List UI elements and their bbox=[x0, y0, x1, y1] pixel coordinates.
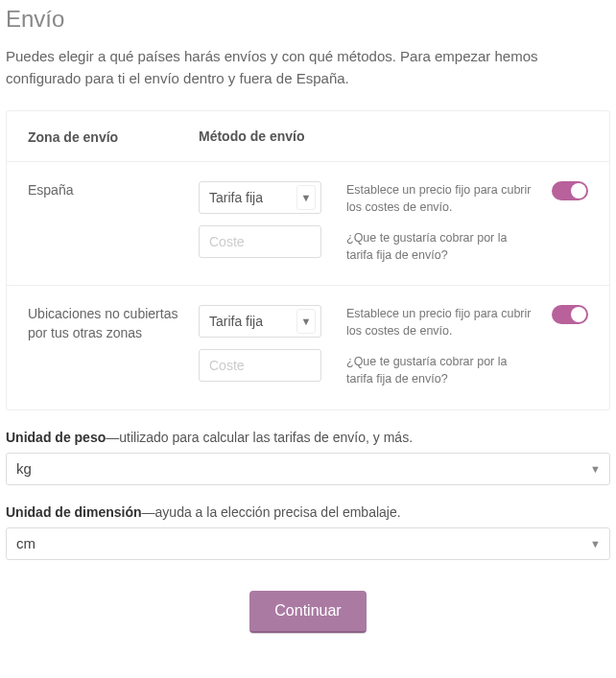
cost-hint: ¿Que te gustaría cobrar por la tarifa fi… bbox=[346, 353, 534, 387]
zones-header-row: Zona de envío Método de envío bbox=[7, 111, 609, 161]
zone-enabled-toggle[interactable] bbox=[552, 305, 588, 324]
intro-text: Puedes elegir a qué países harás envíos … bbox=[6, 46, 610, 89]
page-title: Envío bbox=[6, 6, 610, 33]
cost-hint: ¿Que te gustaría cobrar por la tarifa fi… bbox=[346, 229, 534, 264]
method-column-header: Método de envío bbox=[199, 129, 331, 148]
zone-enabled-toggle[interactable] bbox=[552, 181, 588, 200]
shipping-method-select[interactable]: Tarifa fija bbox=[199, 181, 321, 214]
continue-button[interactable]: Continuar bbox=[249, 591, 366, 633]
dimension-unit-label: Unidad de dimensión—ayuda a la elección … bbox=[6, 504, 610, 520]
weight-unit-select[interactable]: kg bbox=[6, 453, 610, 485]
method-description: Establece un precio fijo para cubrir los… bbox=[346, 305, 534, 339]
weight-unit-block: Unidad de peso—utilizado para calcular l… bbox=[6, 430, 610, 485]
weight-unit-label: Unidad de peso—utilizado para calcular l… bbox=[6, 430, 610, 445]
cost-input[interactable] bbox=[199, 349, 321, 382]
zone-column-header: Zona de envío bbox=[28, 129, 199, 148]
zone-row: España Tarifa fija ▼ Establece un precio… bbox=[7, 161, 609, 286]
shipping-method-select[interactable]: Tarifa fija bbox=[199, 305, 321, 338]
method-description: Establece un precio fijo para cubrir los… bbox=[346, 181, 534, 216]
zone-name: España bbox=[28, 181, 199, 200]
dimension-unit-select[interactable]: cm bbox=[6, 527, 610, 560]
zone-name: Ubicaciones no cubiertas por tus otras z… bbox=[28, 305, 199, 342]
zone-row: Ubicaciones no cubiertas por tus otras z… bbox=[7, 285, 609, 409]
shipping-zones-card: Zona de envío Método de envío España Tar… bbox=[6, 110, 610, 410]
cost-input[interactable] bbox=[199, 225, 321, 258]
dimension-unit-block: Unidad de dimensión—ayuda a la elección … bbox=[6, 504, 610, 560]
